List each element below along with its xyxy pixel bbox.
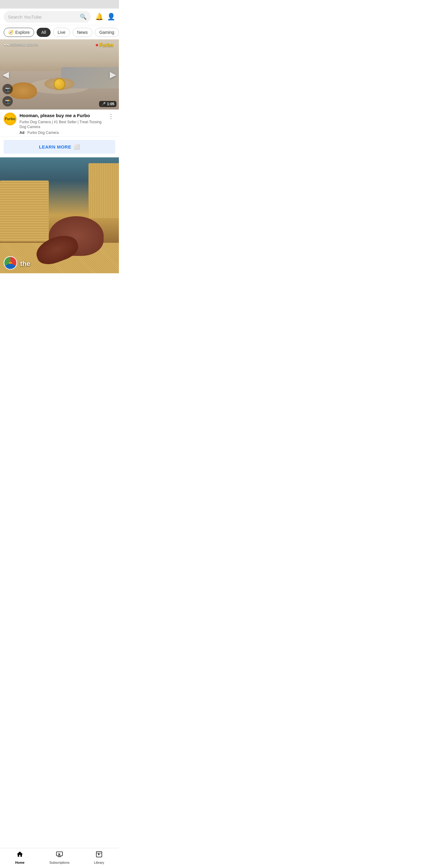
header-icons: 🔔 👤 [95, 13, 115, 21]
learn-more-button[interactable]: LEARN MORE ⬜ [4, 140, 115, 154]
account-icon[interactable]: 👤 [107, 13, 115, 21]
recording-dot [96, 44, 98, 46]
avatar-text: Furbo [5, 117, 15, 121]
ad-info-section: Furbo Hooman, please buy me a Furbo Furb… [0, 110, 119, 137]
video-controls: 📷 📸 [2, 84, 13, 106]
duration-text: 1:05 [107, 102, 114, 106]
scroll-content: ◄◄ 2022/05/12 12:21:56 Furbo : ◀ ▶ 📷 📸 [0, 39, 119, 294]
external-link-icon: ⬜ [74, 144, 80, 150]
search-input-wrap[interactable]: Search YouTube 🔍 [4, 11, 91, 23]
ad-separator: · [25, 130, 27, 135]
second-video-container[interactable]: the [0, 157, 119, 273]
channel-avatar-2[interactable] [4, 256, 17, 270]
photo-icon: 📸 [5, 99, 10, 104]
learn-more-label: LEARN MORE [39, 144, 71, 150]
channel-avatar-inner [4, 257, 17, 269]
hay-bale-left [0, 181, 49, 242]
dog-shape [9, 82, 37, 99]
ad-advertiser: Furbo Dog Camera [27, 130, 59, 135]
chip-live-label: Live [58, 30, 66, 35]
chip-gaming-label: Gaming [99, 30, 114, 35]
furbo-colon: : [115, 42, 116, 48]
chip-news[interactable]: News [72, 28, 92, 37]
chip-all[interactable]: All [37, 28, 51, 37]
video-record-icon: 📷 [5, 87, 10, 92]
ad-text-block: Hooman, please buy me a Furbo Furbo Dog … [20, 113, 104, 135]
timestamp-text: 2022/05/12 12:21:56 [10, 43, 38, 46]
ad-video-container[interactable]: ◄◄ 2022/05/12 12:21:56 Furbo : ◀ ▶ 📷 📸 [0, 39, 119, 110]
chip-explore[interactable]: 🧭 Explore [4, 28, 34, 37]
search-placeholder: Search YouTube [8, 14, 77, 20]
chip-news-label: News [77, 30, 88, 35]
more-options-button[interactable]: ⋮ [107, 113, 115, 120]
ad-channel-name: Furbo Dog Camera | #1 Best Seller | Trea… [20, 120, 104, 130]
ad-title: Hooman, please buy me a Furbo [20, 113, 104, 119]
notification-bell-icon[interactable]: 🔔 [95, 13, 103, 21]
hippo-video-thumbnail: the [0, 157, 119, 273]
chip-all-label: All [41, 30, 46, 35]
arrow-left-small: ◄◄ [3, 43, 10, 46]
chips-row: 🧭 Explore All Live News Gaming [0, 25, 119, 39]
photo-button[interactable]: 📸 [2, 96, 13, 106]
timestamp-overlay: ◄◄ 2022/05/12 12:21:56 [3, 43, 38, 46]
ad-row: Furbo Hooman, please buy me a Furbo Furb… [4, 113, 115, 135]
subtitle-overlay: the [20, 260, 30, 268]
channel-avatar[interactable]: Furbo [4, 113, 17, 125]
search-icon[interactable]: 🔍 [80, 13, 87, 20]
video-record-button[interactable]: 📷 [2, 84, 13, 94]
chip-explore-label: Explore [15, 30, 30, 35]
beak-icon [9, 262, 12, 264]
search-bar: Search YouTube 🔍 🔔 👤 [0, 8, 119, 25]
treat-ball [54, 79, 65, 90]
explore-icon: 🧭 [8, 30, 13, 35]
ad-badge: Ad [20, 130, 24, 135]
ad-video-thumbnail: ◄◄ 2022/05/12 12:21:56 Furbo : ◀ ▶ 📷 📸 [0, 39, 119, 110]
mic-duration-overlay: 🎤 1:05 [99, 101, 117, 107]
chip-gaming[interactable]: Gaming [95, 28, 119, 37]
ad-badge-row: Ad · Furbo Dog Camera [20, 130, 104, 135]
chip-live[interactable]: Live [53, 28, 70, 37]
hay-bale-right [88, 163, 119, 218]
next-arrow-icon[interactable]: ▶ [110, 69, 117, 80]
status-bar [0, 0, 119, 8]
furbo-brand-text: Furbo [99, 42, 113, 48]
mic-icon: 🎤 [101, 102, 106, 106]
furbo-brand-overlay: Furbo : [96, 42, 116, 48]
prev-arrow-icon[interactable]: ◀ [2, 69, 9, 80]
